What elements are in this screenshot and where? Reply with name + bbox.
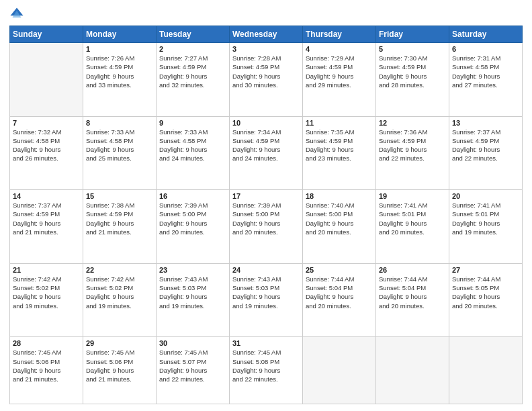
logo — [9, 7, 27, 21]
week-row-5: 28Sunrise: 7:45 AMSunset: 5:06 PMDayligh… — [10, 337, 523, 404]
calendar-cell: 22Sunrise: 7:42 AMSunset: 5:02 PMDayligh… — [83, 263, 157, 337]
day-info: Sunrise: 7:45 AMSunset: 5:06 PMDaylight:… — [86, 348, 153, 383]
day-number: 5 — [379, 45, 446, 53]
day-info: Sunrise: 7:28 AMSunset: 4:59 PMDaylight:… — [232, 54, 300, 89]
calendar-cell: 7Sunrise: 7:32 AMSunset: 4:58 PMDaylight… — [10, 116, 83, 190]
calendar-cell: 28Sunrise: 7:45 AMSunset: 5:06 PMDayligh… — [10, 337, 83, 404]
calendar-cell: 25Sunrise: 7:44 AMSunset: 5:04 PMDayligh… — [303, 263, 376, 337]
day-info: Sunrise: 7:41 AMSunset: 5:01 PMDaylight:… — [379, 201, 446, 236]
day-info: Sunrise: 7:42 AMSunset: 5:02 PMDaylight:… — [86, 275, 153, 310]
day-info: Sunrise: 7:37 AMSunset: 4:59 PMDaylight:… — [452, 128, 519, 163]
day-number: 21 — [13, 266, 80, 274]
day-number: 6 — [452, 45, 519, 53]
day-number: 14 — [13, 192, 80, 200]
logo-icon — [9, 7, 24, 21]
calendar-cell: 2Sunrise: 7:27 AMSunset: 4:59 PMDaylight… — [157, 43, 230, 117]
calendar-cell: 4Sunrise: 7:29 AMSunset: 4:59 PMDaylight… — [303, 43, 376, 117]
weekday-header-wednesday: Wednesday — [230, 26, 303, 43]
calendar-cell: 19Sunrise: 7:41 AMSunset: 5:01 PMDayligh… — [376, 190, 449, 264]
day-info: Sunrise: 7:27 AMSunset: 4:59 PMDaylight:… — [159, 54, 226, 89]
day-number: 25 — [306, 266, 373, 274]
day-info: Sunrise: 7:45 AMSunset: 5:06 PMDaylight:… — [13, 348, 80, 383]
day-number: 16 — [159, 192, 226, 200]
calendar-cell: 24Sunrise: 7:43 AMSunset: 5:03 PMDayligh… — [230, 263, 303, 337]
day-info: Sunrise: 7:37 AMSunset: 4:59 PMDaylight:… — [13, 201, 80, 236]
calendar-cell: 21Sunrise: 7:42 AMSunset: 5:02 PMDayligh… — [10, 263, 83, 337]
day-number: 28 — [13, 339, 80, 347]
day-info: Sunrise: 7:45 AMSunset: 5:08 PMDaylight:… — [232, 348, 300, 383]
calendar-cell: 13Sunrise: 7:37 AMSunset: 4:59 PMDayligh… — [449, 116, 523, 190]
calendar-cell: 18Sunrise: 7:40 AMSunset: 5:00 PMDayligh… — [303, 190, 376, 264]
calendar-cell — [376, 337, 449, 404]
day-number: 3 — [232, 45, 300, 53]
day-info: Sunrise: 7:35 AMSunset: 4:59 PMDaylight:… — [306, 128, 373, 163]
calendar-cell: 11Sunrise: 7:35 AMSunset: 4:59 PMDayligh… — [303, 116, 376, 190]
weekday-header-monday: Monday — [83, 26, 157, 43]
day-number: 13 — [452, 119, 519, 127]
day-info: Sunrise: 7:33 AMSunset: 4:58 PMDaylight:… — [159, 128, 226, 163]
day-number: 30 — [159, 339, 226, 347]
day-number: 19 — [379, 192, 446, 200]
day-number: 2 — [159, 45, 226, 53]
day-number: 4 — [306, 45, 373, 53]
day-info: Sunrise: 7:44 AMSunset: 5:04 PMDaylight:… — [379, 275, 446, 310]
day-info: Sunrise: 7:41 AMSunset: 5:01 PMDaylight:… — [452, 201, 519, 236]
day-number: 17 — [232, 192, 300, 200]
calendar-cell: 31Sunrise: 7:45 AMSunset: 5:08 PMDayligh… — [230, 337, 303, 404]
calendar-cell: 20Sunrise: 7:41 AMSunset: 5:01 PMDayligh… — [449, 190, 523, 264]
day-info: Sunrise: 7:43 AMSunset: 5:03 PMDaylight:… — [159, 275, 226, 310]
calendar-cell: 14Sunrise: 7:37 AMSunset: 4:59 PMDayligh… — [10, 190, 83, 264]
day-number: 24 — [232, 266, 300, 274]
calendar-cell: 27Sunrise: 7:44 AMSunset: 5:05 PMDayligh… — [449, 263, 523, 337]
week-row-1: 1Sunrise: 7:26 AMSunset: 4:59 PMDaylight… — [10, 43, 523, 117]
week-row-2: 7Sunrise: 7:32 AMSunset: 4:58 PMDaylight… — [10, 116, 523, 190]
day-info: Sunrise: 7:33 AMSunset: 4:58 PMDaylight:… — [86, 128, 153, 163]
day-number: 20 — [452, 192, 519, 200]
day-number: 1 — [86, 45, 153, 53]
day-info: Sunrise: 7:42 AMSunset: 5:02 PMDaylight:… — [13, 275, 80, 310]
day-info: Sunrise: 7:43 AMSunset: 5:03 PMDaylight:… — [232, 275, 300, 310]
page: SundayMondayTuesdayWednesdayThursdayFrid… — [0, 0, 532, 411]
day-info: Sunrise: 7:38 AMSunset: 4:59 PMDaylight:… — [86, 201, 153, 236]
calendar-cell: 10Sunrise: 7:34 AMSunset: 4:59 PMDayligh… — [230, 116, 303, 190]
day-info: Sunrise: 7:39 AMSunset: 5:00 PMDaylight:… — [159, 201, 226, 236]
day-info: Sunrise: 7:31 AMSunset: 4:58 PMDaylight:… — [452, 54, 519, 89]
weekday-header-tuesday: Tuesday — [157, 26, 230, 43]
calendar-cell: 6Sunrise: 7:31 AMSunset: 4:58 PMDaylight… — [449, 43, 523, 117]
calendar-header: SundayMondayTuesdayWednesdayThursdayFrid… — [10, 26, 523, 43]
calendar-cell: 5Sunrise: 7:30 AMSunset: 4:59 PMDaylight… — [376, 43, 449, 117]
day-info: Sunrise: 7:32 AMSunset: 4:58 PMDaylight:… — [13, 128, 80, 163]
day-number: 26 — [379, 266, 446, 274]
weekday-header-saturday: Saturday — [449, 26, 523, 43]
day-info: Sunrise: 7:29 AMSunset: 4:59 PMDaylight:… — [306, 54, 373, 89]
weekday-row: SundayMondayTuesdayWednesdayThursdayFrid… — [10, 26, 523, 43]
day-number: 15 — [86, 192, 153, 200]
calendar-cell: 8Sunrise: 7:33 AMSunset: 4:58 PMDaylight… — [83, 116, 157, 190]
day-info: Sunrise: 7:40 AMSunset: 5:00 PMDaylight:… — [306, 201, 373, 236]
calendar-cell: 16Sunrise: 7:39 AMSunset: 5:00 PMDayligh… — [157, 190, 230, 264]
calendar-cell: 3Sunrise: 7:28 AMSunset: 4:59 PMDaylight… — [230, 43, 303, 117]
day-info: Sunrise: 7:26 AMSunset: 4:59 PMDaylight:… — [86, 54, 153, 89]
day-info: Sunrise: 7:36 AMSunset: 4:59 PMDaylight:… — [379, 128, 446, 163]
calendar-cell: 12Sunrise: 7:36 AMSunset: 4:59 PMDayligh… — [376, 116, 449, 190]
week-row-3: 14Sunrise: 7:37 AMSunset: 4:59 PMDayligh… — [10, 190, 523, 264]
weekday-header-thursday: Thursday — [303, 26, 376, 43]
calendar-cell: 30Sunrise: 7:45 AMSunset: 5:07 PMDayligh… — [157, 337, 230, 404]
day-number: 23 — [159, 266, 226, 274]
day-number: 22 — [86, 266, 153, 274]
calendar-cell: 26Sunrise: 7:44 AMSunset: 5:04 PMDayligh… — [376, 263, 449, 337]
weekday-header-friday: Friday — [376, 26, 449, 43]
day-info: Sunrise: 7:44 AMSunset: 5:05 PMDaylight:… — [452, 275, 519, 310]
calendar-cell — [10, 43, 83, 117]
day-number: 11 — [306, 119, 373, 127]
calendar-cell — [449, 337, 523, 404]
day-info: Sunrise: 7:45 AMSunset: 5:07 PMDaylight:… — [159, 348, 226, 383]
day-number: 8 — [86, 119, 153, 127]
day-number: 10 — [232, 119, 300, 127]
day-number: 29 — [86, 339, 153, 347]
day-number: 9 — [159, 119, 226, 127]
calendar-cell: 1Sunrise: 7:26 AMSunset: 4:59 PMDaylight… — [83, 43, 157, 117]
calendar-cell: 15Sunrise: 7:38 AMSunset: 4:59 PMDayligh… — [83, 190, 157, 264]
calendar-cell: 23Sunrise: 7:43 AMSunset: 5:03 PMDayligh… — [157, 263, 230, 337]
day-info: Sunrise: 7:39 AMSunset: 5:00 PMDaylight:… — [232, 201, 300, 236]
